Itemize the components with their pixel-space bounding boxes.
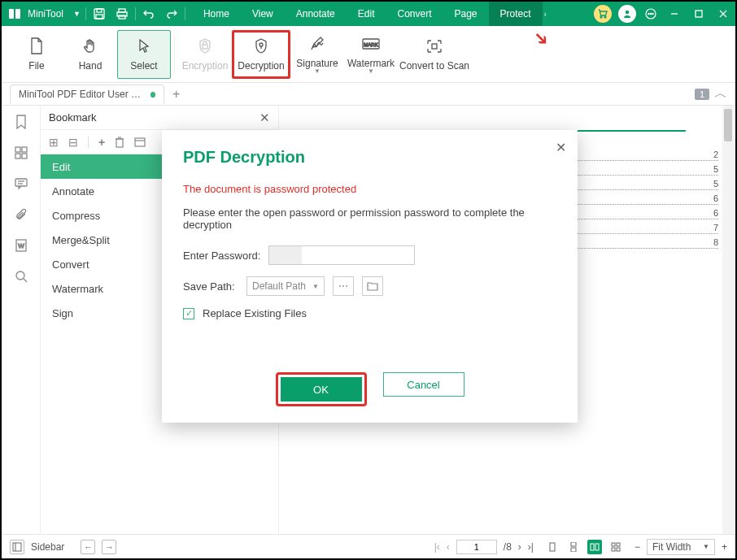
menu-page[interactable]: Page — [443, 2, 489, 26]
close-panel-icon[interactable]: ✕ — [259, 111, 270, 125]
bookmark-title: Bookmark — [49, 111, 97, 124]
svg-line-34 — [24, 279, 27, 282]
menu-protect[interactable]: Protect — [489, 2, 543, 26]
dialog-title: PDF Decryption — [183, 148, 556, 167]
app-menu-dropdown-icon[interactable]: ▼ — [70, 10, 84, 18]
svg-rect-50 — [617, 548, 620, 551]
save-icon[interactable] — [88, 2, 111, 26]
signature-icon — [309, 35, 325, 53]
menu-overflow-icon[interactable]: › — [543, 10, 548, 19]
svg-point-8 — [600, 16, 602, 18]
scan-icon — [425, 37, 443, 55]
savepath-dropdown[interactable]: Default Path ▼ — [246, 276, 325, 296]
maximize-button[interactable] — [687, 2, 711, 26]
bookmark-icon[interactable] — [11, 112, 31, 132]
dialog-close-icon[interactable]: ✕ — [556, 140, 566, 155]
continuous-view-icon[interactable] — [566, 540, 581, 554]
page-badge: 1 — [695, 89, 709, 100]
print-icon[interactable] — [111, 2, 133, 26]
menu-view[interactable]: View — [241, 2, 285, 26]
sidebar-toggle-icon[interactable] — [10, 540, 24, 554]
tab-title: MiniTool PDF Editor User Guid... — [19, 89, 146, 100]
cart-icon[interactable] — [594, 5, 612, 23]
convert-scan-button[interactable]: Convert to Scan — [398, 30, 471, 79]
user-icon[interactable] — [618, 5, 636, 23]
password-label: Enter Password: — [183, 250, 260, 262]
password-input[interactable] — [268, 245, 415, 265]
collapse-icon[interactable]: ⊟ — [68, 136, 78, 149]
page-total: /8 — [504, 541, 512, 553]
sidebar-label: Sidebar — [31, 541, 64, 553]
document-tab[interactable]: MiniTool PDF Editor User Guid... — [10, 85, 164, 104]
grid-view-icon[interactable] — [608, 540, 623, 554]
thumbnails-icon[interactable] — [11, 143, 31, 163]
delete-bookmark-icon[interactable] — [115, 137, 124, 148]
status-bar: Sidebar ← → |‹ ‹ /8 › ›| − Fit Width ▼ + — [2, 534, 735, 558]
single-page-view-icon[interactable] — [545, 540, 560, 554]
feedback-icon[interactable] — [639, 2, 662, 26]
replace-checkbox[interactable]: ✓ — [183, 308, 194, 319]
form-icon[interactable]: W — [11, 236, 31, 255]
add-bookmark-icon[interactable]: + — [98, 136, 105, 149]
menu-home[interactable]: Home — [192, 2, 241, 26]
nav-next-icon[interactable]: → — [102, 540, 116, 554]
svg-point-14 — [652, 13, 653, 14]
browse-folder-button[interactable] — [362, 276, 383, 296]
vertical-scrollbar[interactable] — [722, 106, 734, 534]
search-icon[interactable] — [11, 267, 31, 286]
chevron-down-icon: ▼ — [312, 283, 319, 290]
decryption-button[interactable]: Decryption — [232, 30, 290, 79]
svg-rect-0 — [9, 9, 14, 19]
zoom-in-icon[interactable]: + — [722, 541, 727, 553]
nav-prev-icon[interactable]: ← — [81, 540, 95, 554]
menu-edit[interactable]: Edit — [347, 2, 386, 26]
first-page-icon[interactable]: |‹ — [434, 541, 440, 553]
chevron-down-icon: ▼ — [703, 543, 709, 550]
svg-point-13 — [650, 13, 651, 14]
chevron-down-icon: ▼ — [368, 69, 374, 74]
signature-button[interactable]: Signature ▼ — [290, 30, 344, 79]
bookmark-settings-icon[interactable] — [134, 137, 146, 148]
svg-rect-19 — [203, 45, 207, 49]
ok-button[interactable]: OK — [281, 377, 362, 402]
zoom-select[interactable]: Fit Width ▼ — [647, 539, 715, 555]
redo-icon[interactable] — [160, 2, 183, 26]
svg-rect-44 — [571, 548, 576, 552]
menu-annotate[interactable]: Annotate — [285, 2, 347, 26]
menu-convert[interactable]: Convert — [386, 2, 443, 26]
two-page-view-icon[interactable] — [587, 540, 602, 554]
hand-button[interactable]: Hand — [63, 30, 117, 79]
last-page-icon[interactable]: ›| — [528, 541, 534, 553]
svg-rect-3 — [97, 9, 102, 12]
doc-heading-underline — [572, 130, 686, 132]
expand-icon[interactable]: ⊞ — [49, 136, 59, 149]
document-tabs: MiniTool PDF Editor User Guid... + 1 ︿ — [2, 83, 735, 106]
prev-page-icon[interactable]: ‹ — [447, 541, 450, 553]
svg-rect-7 — [119, 15, 125, 19]
next-page-icon[interactable]: › — [518, 541, 521, 553]
svg-rect-47 — [612, 543, 615, 546]
close-button[interactable] — [711, 2, 735, 26]
dialog-warning: The document is password protected — [183, 183, 556, 195]
collapse-toggle-icon[interactable]: ︿ — [714, 85, 727, 102]
svg-rect-35 — [116, 139, 123, 147]
savepath-label: Save Path: — [183, 280, 238, 293]
minimize-button[interactable] — [662, 2, 687, 26]
svg-rect-23 — [432, 44, 437, 49]
decryption-dialog: ✕ PDF Decryption The document is passwor… — [162, 130, 578, 423]
svg-point-12 — [648, 13, 649, 14]
cancel-button[interactable]: Cancel — [383, 372, 464, 397]
new-tab-button[interactable]: + — [172, 87, 180, 102]
file-button[interactable]: File — [10, 30, 63, 79]
watermark-button[interactable]: MARK Watermark ▼ — [344, 30, 398, 79]
zoom-out-icon[interactable]: − — [635, 541, 640, 553]
svg-rect-45 — [591, 544, 594, 550]
more-options-button[interactable]: ⋯ — [333, 276, 354, 296]
select-button[interactable]: Select — [117, 30, 171, 79]
undo-icon[interactable] — [137, 2, 160, 26]
comments-icon[interactable] — [11, 174, 31, 193]
attachments-icon[interactable] — [11, 205, 31, 224]
app-logo-icon — [7, 6, 23, 22]
svg-point-20 — [259, 43, 263, 46]
page-input[interactable] — [456, 540, 497, 554]
